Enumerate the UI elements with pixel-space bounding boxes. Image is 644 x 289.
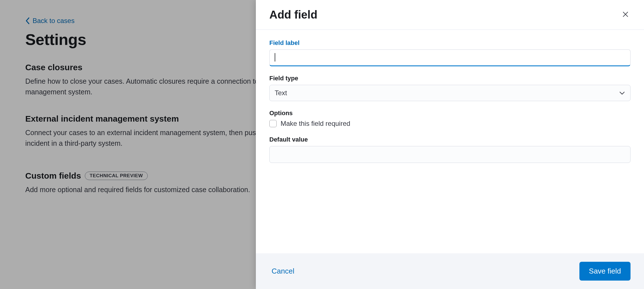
chevron-down-icon <box>619 90 625 96</box>
field-label-row: Field label <box>269 39 631 66</box>
cancel-button[interactable]: Cancel <box>269 263 297 279</box>
flyout-title: Add field <box>269 8 317 21</box>
flyout-footer: Cancel Save field <box>256 253 644 289</box>
required-checkbox-row[interactable]: Make this field required <box>269 120 631 128</box>
default-value-row: Default value <box>269 136 631 163</box>
field-label-input[interactable] <box>269 49 631 66</box>
close-icon <box>622 11 629 18</box>
field-type-label: Field type <box>269 75 631 82</box>
field-label-label: Field label <box>269 39 631 47</box>
save-field-button[interactable]: Save field <box>579 262 631 281</box>
field-type-selected-value: Text <box>275 89 287 97</box>
add-field-flyout: Add field Field label Field type Text <box>256 0 644 289</box>
default-value-input[interactable] <box>269 146 631 163</box>
text-cursor <box>275 53 275 62</box>
options-label: Options <box>269 110 631 117</box>
required-checkbox[interactable] <box>269 120 277 127</box>
flyout-body: Field label Field type Text Options Make… <box>256 30 644 253</box>
field-type-select[interactable]: Text <box>269 85 631 101</box>
required-checkbox-label: Make this field required <box>281 120 350 128</box>
close-button[interactable] <box>620 9 631 20</box>
flyout-header: Add field <box>256 0 644 30</box>
field-type-row: Field type Text <box>269 75 631 101</box>
default-value-label: Default value <box>269 136 631 143</box>
options-row: Options Make this field required <box>269 110 631 128</box>
